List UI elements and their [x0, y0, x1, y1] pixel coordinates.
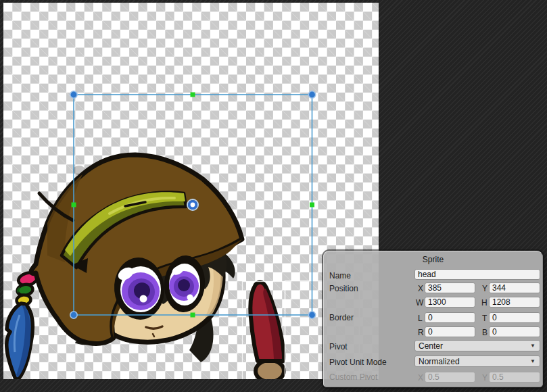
position-label: Position	[329, 284, 358, 293]
custom-pivot-x-input	[425, 372, 475, 383]
custom-pivot-y-input	[489, 372, 540, 383]
sprite-editor-window: { "editor": { "name": "sprite-editor", "…	[0, 0, 547, 392]
border-b-prefix: B	[482, 328, 489, 337]
position-y-input[interactable]	[489, 283, 540, 293]
border-l-input[interactable]	[425, 312, 475, 323]
border-r-prefix: R	[418, 328, 425, 337]
pivot-unit-mode-label: Pivot Unit Mode	[329, 358, 387, 367]
position-h-prefix: H	[481, 298, 488, 308]
chevron-down-icon: ▼	[530, 343, 536, 349]
sleeve-artwork	[250, 283, 284, 382]
position-w-prefix: W	[416, 298, 423, 308]
chevron-down-icon: ▼	[530, 359, 536, 364]
position-y-prefix: Y	[482, 284, 489, 293]
border-label: Border	[329, 313, 354, 322]
pivot-label: Pivot	[329, 342, 348, 351]
pivot-unit-mode-dropdown[interactable]: Normalized ▼	[414, 356, 540, 367]
custom-pivot-label: Custom Pivot	[329, 372, 377, 382]
panel-title: Sprite	[324, 255, 542, 264]
custom-pivot-y-prefix: Y	[482, 373, 489, 383]
position-x-input[interactable]	[425, 283, 475, 293]
pivot-dropdown-value: Center	[419, 341, 443, 351]
pivot-dropdown[interactable]: Center ▼	[414, 340, 540, 351]
position-x-prefix: X	[418, 284, 425, 293]
custom-pivot-x-prefix: X	[418, 373, 425, 383]
border-b-input[interactable]	[489, 326, 540, 337]
pivot-handle[interactable]	[187, 199, 198, 210]
border-t-prefix: T	[482, 314, 489, 323]
name-input[interactable]	[414, 269, 540, 280]
name-label: Name	[329, 271, 351, 280]
border-l-prefix: L	[418, 314, 425, 323]
border-t-input[interactable]	[489, 312, 540, 323]
hat-tassel	[7, 271, 39, 379]
sprite-inspector-panel: Sprite Name Position X Y W H Border L T …	[323, 251, 543, 387]
border-r-input[interactable]	[425, 326, 475, 337]
position-h-input[interactable]	[489, 297, 540, 308]
pivot-unit-mode-value: Normalized	[419, 357, 460, 366]
position-w-input[interactable]	[425, 297, 475, 308]
